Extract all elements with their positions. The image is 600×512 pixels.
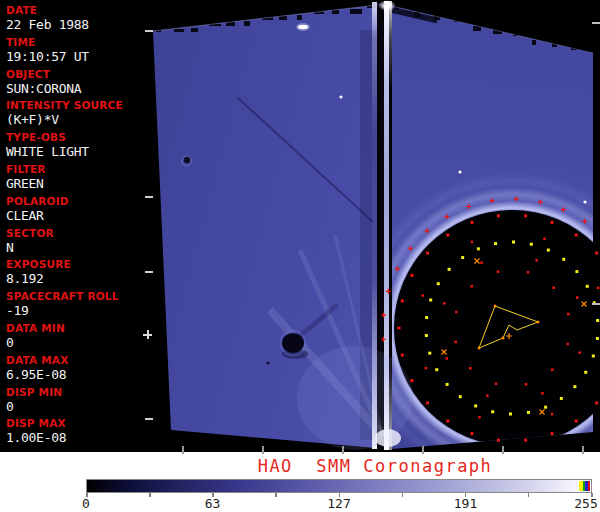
- frame-tick-bottom: [182, 446, 184, 454]
- fiducial-dot: [595, 252, 598, 255]
- frame-tick-bottom: [502, 446, 504, 454]
- metadata-entry-type-obs: TYPE-OBSWHITE LIGHT: [6, 131, 150, 163]
- colorbar-tick: [402, 493, 404, 497]
- frame-tick-bottom: [262, 446, 264, 454]
- pylon-top-flare: [378, 0, 396, 11]
- colorbar-annotation-stripes: [579, 481, 590, 491]
- metadata-value-date: 22 Feb 1988: [6, 17, 150, 33]
- dropout-band: [392, 7, 438, 23]
- metadata-value-object: SUN:CORONA: [6, 81, 150, 97]
- dropout-dash: [513, 33, 523, 36]
- dropout-dash: [571, 47, 577, 50]
- dropout-dash: [454, 19, 461, 22]
- dropout-dash: [493, 30, 502, 34]
- fiducial-dot: [524, 439, 527, 442]
- frame-tick-left: [145, 30, 153, 32]
- metadata-value-exposure: 8.192: [6, 271, 150, 287]
- pylon-shadow: [377, 2, 384, 450]
- metadata-entry-disp-max: DISP MAX1.00E-08: [6, 417, 150, 449]
- colorbar-tick: [149, 493, 151, 497]
- colorbar-tick-label: 127: [327, 496, 350, 511]
- dropout-dash: [314, 11, 324, 14]
- frame-tick-left: [145, 418, 153, 420]
- metadata-label-date: DATE: [6, 4, 150, 17]
- metadata-label-sector: SECTOR: [6, 227, 150, 240]
- metadata-entry-spacecraft-roll: SPACECRAFT ROLL-19: [6, 290, 150, 322]
- metadata-value-type-obs: WHITE LIGHT: [6, 144, 150, 160]
- dropout-dash: [209, 24, 221, 27]
- fiducial-dot: [596, 319, 599, 322]
- metadata-value-time: 19:10:57 UT: [6, 49, 150, 65]
- fiducial-dot: [597, 287, 600, 290]
- dropout-dash: [191, 28, 198, 33]
- fiducial-dot: [596, 337, 599, 340]
- metadata-entry-exposure: EXPOSURE8.192: [6, 258, 150, 290]
- pylon-left-edge-glow: [372, 2, 377, 449]
- metadata-entry-filter: FILTERGREEN: [6, 163, 150, 195]
- dropout-dash: [244, 21, 250, 26]
- metadata-label-spacecraft-roll: SPACECRAFT ROLL: [6, 290, 150, 303]
- frame-tick-bottom: [342, 446, 344, 454]
- metadata-entry-date: DATE22 Feb 1988: [6, 4, 150, 36]
- metadata-entry-sector: SECTORN: [6, 227, 150, 259]
- colorbar-tick-label: 255: [574, 496, 597, 511]
- metadata-label-disp-max: DISP MAX: [6, 417, 150, 430]
- screen: DATE22 Feb 1988TIME19:10:57 UTOBJECTSUN:…: [0, 0, 600, 512]
- frame-tick-bottom: [582, 446, 584, 454]
- metadata-label-data-min: DATA MIN: [6, 322, 150, 335]
- dropout-dash: [279, 16, 287, 20]
- colorbar-tick-label: 63: [205, 496, 221, 511]
- metadata-label-exposure: EXPOSURE: [6, 258, 150, 271]
- dropout-dash: [156, 30, 161, 33]
- fiducial-dot: [595, 401, 598, 404]
- dropout-dash: [297, 15, 302, 20]
- metadata-entry-time: TIME19:10:57 UT: [6, 36, 150, 68]
- metadata-label-polaroid: POLAROID: [6, 195, 150, 208]
- dropout-dash: [473, 26, 481, 31]
- dropout-dash: [226, 22, 235, 26]
- metadata-value-data-min: 0: [6, 335, 150, 351]
- frame-plus-mark: [147, 330, 149, 339]
- metadata-entry-data-min: DATA MIN0: [6, 322, 150, 354]
- metadata-entry-object: OBJECTSUN:CORONA: [6, 68, 150, 100]
- colorbar-stripe-red: [588, 481, 591, 491]
- metadata-label-data-max: DATA MAX: [6, 354, 150, 367]
- dropout-dash: [262, 17, 273, 20]
- frame-tick-right: [592, 303, 600, 305]
- dropout-dash: [552, 43, 557, 47]
- pylon-halo: [389, 1, 392, 450]
- dropout-dash: [332, 10, 339, 14]
- dropout-dash: [350, 9, 362, 14]
- metadata-value-intensity-source: (K+F)*V: [6, 112, 150, 128]
- colorbar-tick-label: 191: [454, 496, 477, 511]
- metadata-value-sector: N: [6, 240, 150, 256]
- intensity-colorbar: [86, 479, 592, 493]
- image-title: HAO SMM Coronagraph: [150, 456, 600, 476]
- metadata-label-object: OBJECT: [6, 68, 150, 81]
- colorbar-tick-label: 0: [82, 496, 90, 511]
- metadata-value-data-max: 6.95E-08: [6, 367, 150, 383]
- colorbar-tick: [275, 493, 277, 497]
- metadata-value-disp-min: 0: [6, 399, 150, 415]
- frame-tick-left: [145, 271, 153, 273]
- coronagraph-display: [150, 0, 600, 452]
- metadata-label-intensity-source: INTENSITY SOURCE: [6, 99, 150, 112]
- metadata-label-type-obs: TYPE-OBS: [6, 131, 150, 144]
- metadata-label-filter: FILTER: [6, 163, 150, 176]
- metadata-entry-intensity-source: INTENSITY SOURCE(K+F)*V: [6, 99, 150, 131]
- metadata-value-polaroid: CLEAR: [6, 208, 150, 224]
- metadata-value-spacecraft-roll: -19: [6, 303, 150, 319]
- metadata-value-disp-max: 1.00E-08: [6, 430, 150, 446]
- frame-tick-bottom: [422, 446, 424, 454]
- metadata-label-time: TIME: [6, 36, 150, 49]
- frame-tick-left: [145, 196, 153, 198]
- metadata-entry-polaroid: POLAROIDCLEAR: [6, 195, 150, 227]
- frame-tick-right: [592, 22, 600, 24]
- metadata-panel: DATE22 Feb 1988TIME19:10:57 UTOBJECTSUN:…: [0, 0, 150, 452]
- metadata-entry-data-max: DATA MAX6.95E-08: [6, 354, 150, 386]
- metadata-label-disp-min: DISP MIN: [6, 386, 150, 399]
- colorbar-tick: [528, 493, 530, 497]
- dropout-dash: [532, 40, 536, 45]
- dropout-dash: [174, 29, 184, 33]
- metadata-value-filter: GREEN: [6, 176, 150, 192]
